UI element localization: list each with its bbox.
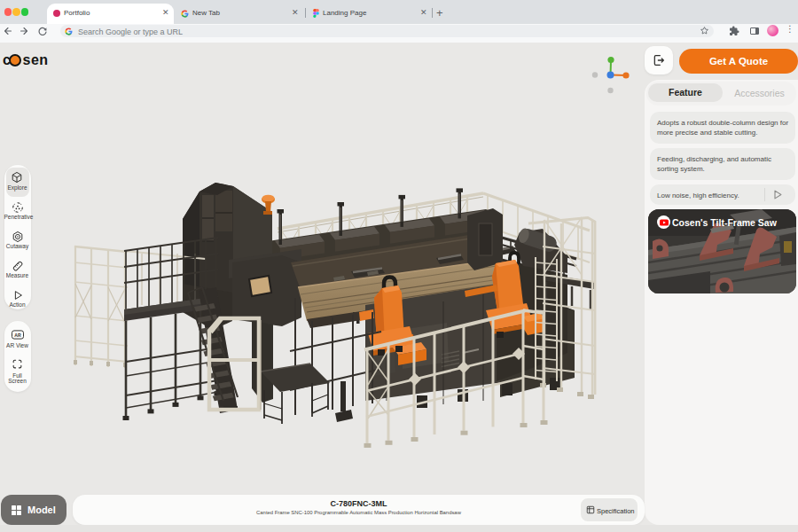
svg-text:AR: AR <box>14 332 21 337</box>
